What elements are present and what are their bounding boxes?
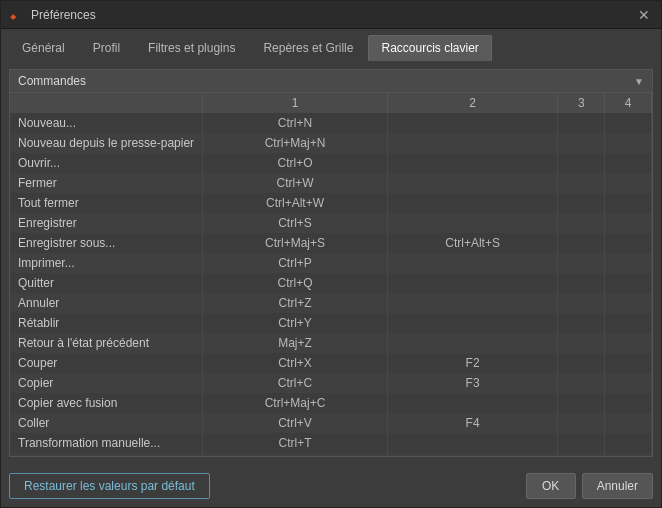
row-key3	[558, 253, 605, 273]
row-key3	[558, 353, 605, 373]
row-name: Enregistrer	[10, 213, 203, 233]
tab-profil[interactable]: Profil	[80, 35, 133, 61]
table-row[interactable]: Fermer Ctrl+W	[10, 173, 652, 193]
row-key3	[558, 133, 605, 153]
row-key4	[605, 333, 652, 353]
row-name: Couper	[10, 353, 203, 373]
table-row[interactable]: Retour à l'état précédent Maj+Z	[10, 333, 652, 353]
row-key4	[605, 133, 652, 153]
shortcuts-table: 1 2 3 4 Nouveau... Ctrl+N Nouveau depuis…	[10, 93, 652, 457]
row-key4	[605, 433, 652, 453]
tab-raccourcis[interactable]: Raccourcis clavier	[368, 35, 491, 61]
content-area: Commandes ▼ 1 2 3 4 Nouveau... Ctrl+N	[1, 61, 661, 465]
row-key2	[387, 433, 557, 453]
row-key2	[387, 173, 557, 193]
tab-filtres[interactable]: Filtres et plugins	[135, 35, 248, 61]
cancel-button[interactable]: Annuler	[582, 473, 653, 499]
row-key3	[558, 113, 605, 133]
footer-right: OK Annuler	[526, 473, 653, 499]
row-name: Rétablir	[10, 313, 203, 333]
row-name: Copier avec fusion	[10, 393, 203, 413]
row-key2	[387, 133, 557, 153]
table-header-row: 1 2 3 4	[10, 93, 652, 113]
window-title: Préférences	[31, 8, 635, 22]
row-key3	[558, 233, 605, 253]
row-name: Enregistrer sous...	[10, 233, 203, 253]
commands-header: Commandes ▼	[9, 69, 653, 93]
row-key4	[605, 253, 652, 273]
table-row[interactable]: Nouveau depuis le presse-papier Ctrl+Maj…	[10, 133, 652, 153]
row-key2	[387, 153, 557, 173]
col-header-2: 2	[387, 93, 557, 113]
close-button[interactable]: ✕	[635, 6, 653, 24]
row-key4	[605, 233, 652, 253]
row-key4	[605, 213, 652, 233]
row-key1: Suppr	[203, 453, 388, 457]
row-key4	[605, 193, 652, 213]
table-row[interactable]: Nouveau... Ctrl+N	[10, 113, 652, 133]
table-row[interactable]: Quitter Ctrl+Q	[10, 273, 652, 293]
table-row[interactable]: Tout fermer Ctrl+Alt+W	[10, 193, 652, 213]
row-key1: Ctrl+Maj+C	[203, 393, 388, 413]
row-key3	[558, 393, 605, 413]
row-name: Coller	[10, 413, 203, 433]
table-row[interactable]: Enregistrer sous... Ctrl+Maj+S Ctrl+Alt+…	[10, 233, 652, 253]
row-key1: Ctrl+O	[203, 153, 388, 173]
row-key1: Ctrl+Alt+W	[203, 193, 388, 213]
row-key3	[558, 293, 605, 313]
commands-label: Commandes	[18, 74, 86, 88]
row-name: Fermer	[10, 173, 203, 193]
table-row[interactable]: Transformation manuelle... Ctrl+T	[10, 433, 652, 453]
table-row[interactable]: Copier avec fusion Ctrl+Maj+C	[10, 393, 652, 413]
row-key1: Maj+Z	[203, 333, 388, 353]
row-key4	[605, 353, 652, 373]
col-header-1: 1	[203, 93, 388, 113]
row-key3	[558, 273, 605, 293]
row-key1: Ctrl+N	[203, 113, 388, 133]
row-key1: Ctrl+Maj+S	[203, 233, 388, 253]
table-row[interactable]: Effacer Suppr	[10, 453, 652, 457]
tab-general[interactable]: Général	[9, 35, 78, 61]
table-row[interactable]: Coller Ctrl+V F4	[10, 413, 652, 433]
row-key3	[558, 333, 605, 353]
row-key2: F3	[387, 373, 557, 393]
row-name: Nouveau...	[10, 113, 203, 133]
row-name: Annuler	[10, 293, 203, 313]
table-row[interactable]: Ouvrir... Ctrl+O	[10, 153, 652, 173]
col-header-3: 3	[558, 93, 605, 113]
row-key2	[387, 213, 557, 233]
row-key4	[605, 453, 652, 457]
row-key1: Ctrl+X	[203, 353, 388, 373]
row-key1: Ctrl+P	[203, 253, 388, 273]
table-row[interactable]: Annuler Ctrl+Z	[10, 293, 652, 313]
row-key4	[605, 313, 652, 333]
ok-button[interactable]: OK	[526, 473, 576, 499]
table-row[interactable]: Couper Ctrl+X F2	[10, 353, 652, 373]
row-key4	[605, 373, 652, 393]
table-row[interactable]: Enregistrer Ctrl+S	[10, 213, 652, 233]
table-body: Nouveau... Ctrl+N Nouveau depuis le pres…	[10, 113, 652, 457]
restore-defaults-button[interactable]: Restaurer les valeurs par défaut	[9, 473, 210, 499]
row-name: Tout fermer	[10, 193, 203, 213]
row-name: Nouveau depuis le presse-papier	[10, 133, 203, 153]
preferences-window: ⬥ Préférences ✕ Général Profil Filtres e…	[0, 0, 662, 508]
row-key3	[558, 213, 605, 233]
shortcuts-table-container[interactable]: 1 2 3 4 Nouveau... Ctrl+N Nouveau depuis…	[9, 93, 653, 457]
row-key3	[558, 433, 605, 453]
app-icon: ⬥	[9, 7, 25, 23]
row-key4	[605, 173, 652, 193]
table-row[interactable]: Copier Ctrl+C F3	[10, 373, 652, 393]
footer: Restaurer les valeurs par défaut OK Annu…	[1, 465, 661, 507]
row-key3	[558, 313, 605, 333]
row-key4	[605, 273, 652, 293]
table-row[interactable]: Rétablir Ctrl+Y	[10, 313, 652, 333]
row-key2	[387, 193, 557, 213]
row-key2	[387, 293, 557, 313]
row-key2: F2	[387, 353, 557, 373]
tab-reperes[interactable]: Repères et Grille	[250, 35, 366, 61]
row-key3	[558, 373, 605, 393]
dropdown-icon[interactable]: ▼	[634, 76, 644, 87]
row-key2: Ctrl+Alt+S	[387, 233, 557, 253]
table-row[interactable]: Imprimer... Ctrl+P	[10, 253, 652, 273]
row-key1: Ctrl+Maj+N	[203, 133, 388, 153]
